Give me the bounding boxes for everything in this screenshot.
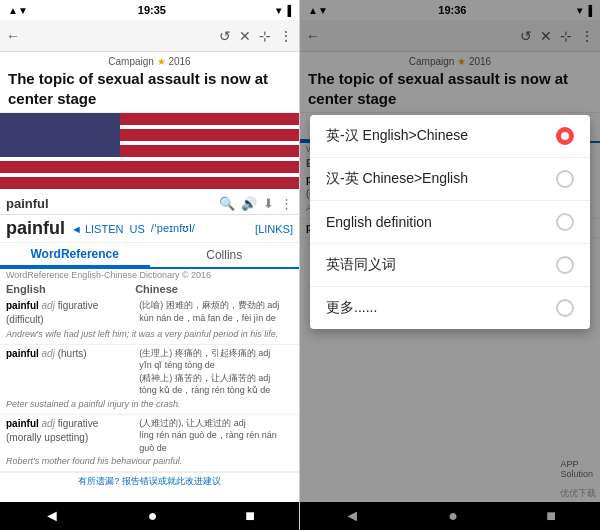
listen-button[interactable]: ◄ LISTEN	[71, 223, 123, 235]
entry-1-pos: adj	[42, 300, 55, 311]
left-status-bar: ▲▼ 19:35 ▾ ▐	[0, 0, 299, 20]
tab-wordreference[interactable]: WordReference	[0, 243, 150, 267]
flag-canton	[0, 113, 120, 157]
dropdown-label-synonyms: 英语同义词	[326, 256, 556, 274]
dropdown-label-more: 更多......	[326, 299, 556, 317]
dict-entry-2: painful adj (hurts) (生理上) 疼痛的，引起疼痛的 adjy…	[0, 345, 299, 415]
word-big: painful	[6, 218, 65, 239]
star-icon: ★	[157, 56, 166, 67]
region-label: US	[129, 223, 144, 235]
entry-2-example: Peter sustained a painful injury in the …	[6, 397, 293, 412]
back-button[interactable]: ←	[6, 28, 20, 44]
wifi-icon: ▾	[276, 5, 281, 16]
nav-home-button[interactable]: ●	[148, 507, 158, 525]
radio-synonyms	[556, 256, 574, 274]
entry-1-chinese: (比喻) 困难的，麻烦的，费劲的 adjkùn nán de，má fan de…	[139, 299, 293, 327]
dropdown-item-en-def[interactable]: English definition	[310, 201, 590, 244]
more-link[interactable]: 有所遗漏? 报告错误或就此改进建议	[0, 472, 299, 490]
dict-entry-1: painful adj figurative (difficult) (比喻) …	[0, 297, 299, 345]
tab-collins[interactable]: Collins	[150, 243, 300, 267]
phonetic-label: /ˈpeɪnfʊl/	[151, 222, 195, 235]
flag-image	[0, 113, 299, 193]
refresh-button[interactable]: ↺	[219, 28, 231, 44]
article-header: Campaign ★ 2016 The topic of sexual assa…	[0, 52, 299, 113]
entry-2-word: painful	[6, 348, 39, 359]
english-header: English	[6, 283, 135, 295]
entry-3-chinese: (人难过的), 让人难过的 adjlíng rén nán guò de，ràn…	[139, 417, 293, 455]
menu-button[interactable]: ⋮	[279, 28, 293, 44]
radio-zh-en	[556, 170, 574, 188]
dict-search-bar: painful 🔍 🔊 ⬇ ⋮	[0, 193, 299, 215]
entry-2-chinese: (生理上) 疼痛的，引起疼痛的 adjyǐn qǐ téng tòng de(精…	[139, 347, 293, 397]
chinese-header: Chinese	[135, 283, 293, 295]
entry-1-example: Andrew's wife had just left him; it was …	[6, 327, 293, 342]
stop-button[interactable]: ✕	[239, 28, 251, 44]
right-phone-panel: ▲▼ 19:36 ▾ ▐ ← ↺ ✕ ⊹ ⋮ Campaign ★ 2016 T…	[300, 0, 600, 530]
audio-icon[interactable]: 🔊	[241, 196, 257, 211]
signal-icon: ▲▼	[8, 5, 28, 16]
language-dropdown-menu: 英-汉 English>Chinese 汉-英 Chinese>English …	[310, 115, 590, 329]
word-heading: painful ◄ LISTEN US /ˈpeɪnfʊl/ [LINKS]	[0, 215, 299, 243]
left-bottom-nav: ◄ ● ■	[0, 502, 299, 530]
dropdown-item-en-zh[interactable]: 英-汉 English>Chinese	[310, 115, 590, 158]
radio-more	[556, 299, 574, 317]
left-battery-icons: ▾ ▐	[276, 5, 291, 16]
dictionary-tabs: WordReference Collins	[0, 243, 299, 269]
entry-2-pos: adj	[42, 348, 55, 359]
entry-3-word: painful	[6, 418, 39, 429]
dropdown-label-en-zh: 英-汉 English>Chinese	[326, 127, 556, 145]
nav-back-button[interactable]: ◄	[44, 507, 60, 525]
left-time: 19:35	[138, 4, 166, 16]
radio-en-zh	[556, 127, 574, 145]
entry-3-example: Robert's mother found his behaviour pain…	[6, 454, 293, 469]
entry-2-english: painful adj (hurts)	[6, 347, 135, 397]
links-button[interactable]: [LINKS]	[255, 223, 293, 235]
left-signal-icons: ▲▼	[8, 5, 28, 16]
radio-en-def	[556, 213, 574, 231]
left-phone-panel: ▲▼ 19:35 ▾ ▐ ← ↺ ✕ ⊹ ⋮ Campaign ★ 2016 T…	[0, 0, 300, 530]
campaign-badge: Campaign ★ 2016	[8, 56, 291, 67]
battery-icon: ▐	[284, 5, 291, 16]
article-title: The topic of sexual assault is now at ce…	[8, 69, 291, 108]
dict-source: WordReference English-Chinese Dictionary…	[0, 269, 299, 281]
dropdown-item-zh-en[interactable]: 汉-英 Chinese>English	[310, 158, 590, 201]
entry-1-english: painful adj figurative (difficult)	[6, 299, 135, 327]
entry-2-sense: (hurts)	[58, 348, 87, 359]
searched-word: painful	[6, 196, 215, 211]
dropdown-item-synonyms[interactable]: 英语同义词	[310, 244, 590, 287]
dropdown-label-zh-en: 汉-英 Chinese>English	[326, 170, 556, 188]
entry-3-english: painful adj figurative (morally upsettin…	[6, 417, 135, 455]
search-action-icons: 🔍 🔊 ⬇ ⋮	[219, 196, 293, 211]
dropdown-item-more[interactable]: 更多......	[310, 287, 590, 329]
nav-recent-button[interactable]: ■	[245, 507, 255, 525]
more-icon[interactable]: ⋮	[280, 196, 293, 211]
dropdown-label-en-def: English definition	[326, 214, 556, 230]
search-icon[interactable]: 🔍	[219, 196, 235, 211]
left-browser-toolbar: ← ↺ ✕ ⊹ ⋮	[0, 20, 299, 52]
translation-headers: English Chinese	[0, 281, 299, 297]
dict-entry-3: painful adj figurative (morally upsettin…	[0, 415, 299, 472]
entry-1-word: painful	[6, 300, 39, 311]
entry-3-pos: adj	[42, 418, 55, 429]
download-icon[interactable]: ⬇	[263, 196, 274, 211]
bookmark-button[interactable]: ⊹	[259, 28, 271, 44]
